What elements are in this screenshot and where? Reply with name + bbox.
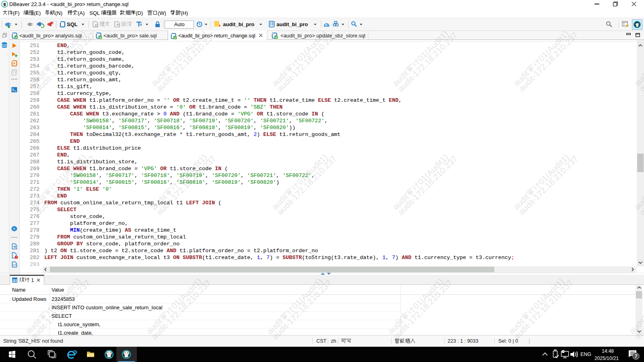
svg-text:7: 7 [635, 354, 638, 359]
